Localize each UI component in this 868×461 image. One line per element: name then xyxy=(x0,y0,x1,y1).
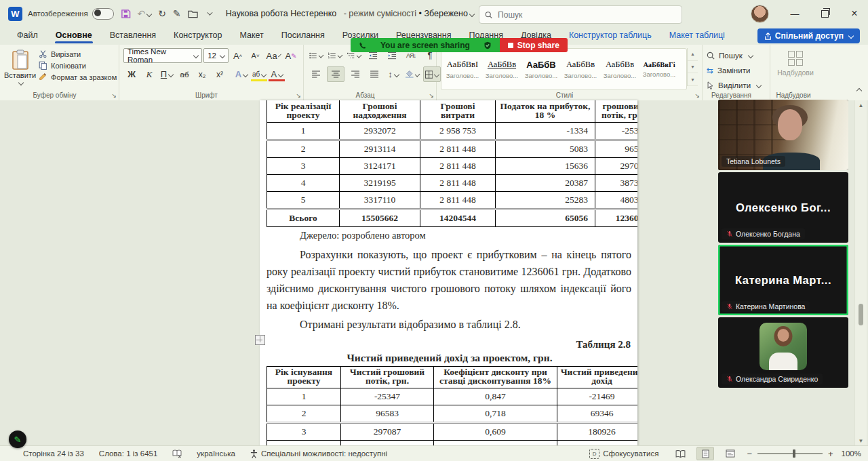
zoom-percentage[interactable]: 100% xyxy=(842,449,861,458)
body-paragraph-2[interactable]: Отримані результати відобразимо в таблиц… xyxy=(267,316,633,333)
table-cell[interactable]: 2932072 xyxy=(340,122,420,140)
table-cell[interactable]: 65056 xyxy=(496,209,595,226)
table-move-handle-icon[interactable] xyxy=(255,335,265,345)
vertical-scrollbar[interactable]: ▲ ▼ xyxy=(854,100,867,446)
tab-Конструктор таблиць[interactable]: Конструктор таблиць xyxy=(561,28,659,45)
table-cell[interactable]: 96583 xyxy=(595,140,638,157)
user-avatar[interactable] xyxy=(751,5,769,23)
format-painter-button[interactable]: Формат за зразком xyxy=(39,73,117,81)
style-card[interactable]: АаБбВвГіЗаголово... xyxy=(641,52,677,86)
align-left-button[interactable] xyxy=(308,67,324,81)
undo-icon[interactable]: ↶ xyxy=(138,8,152,19)
table-cell[interactable]: 297087 xyxy=(595,157,638,174)
qat-more-icon[interactable] xyxy=(207,9,212,15)
participant-tile-video[interactable]: Tetiana Lobunets xyxy=(718,100,848,170)
word-app-icon[interactable]: W xyxy=(8,7,22,21)
search-box[interactable] xyxy=(479,5,682,24)
tab-Конструктор[interactable]: Конструктор xyxy=(166,28,229,45)
proofing-status[interactable] xyxy=(172,449,182,458)
style-card[interactable]: АаБбВвЗаголово... xyxy=(562,52,599,86)
search-input[interactable] xyxy=(496,9,676,20)
styles-scroll-up-icon[interactable]: ▲ xyxy=(688,48,698,61)
font-size-combo[interactable]: 12 xyxy=(203,48,228,63)
zoom-annotate-button[interactable]: ✎ xyxy=(9,430,26,448)
copy-button[interactable]: Копіювати xyxy=(39,61,117,70)
tab-Файл[interactable]: Файл xyxy=(9,28,45,45)
stop-share-button[interactable]: Stop share xyxy=(500,38,568,52)
tab-Макет таблиці[interactable]: Макет таблиці xyxy=(662,28,732,45)
minimize-button[interactable]: — xyxy=(781,0,808,27)
table-cell[interactable]: 15505662 xyxy=(340,209,420,226)
tab-Макет[interactable]: Макет xyxy=(232,28,271,45)
shading-button[interactable] xyxy=(404,67,420,81)
restore-button[interactable] xyxy=(811,0,838,27)
scrollbar-thumb[interactable] xyxy=(859,304,863,325)
styles-dialog-launcher[interactable]: ↘ xyxy=(694,92,700,99)
tab-Основне[interactable]: Основне xyxy=(48,28,100,45)
scroll-up-icon[interactable]: ▲ xyxy=(855,102,867,108)
clipboard-dialog-launcher[interactable]: ↘ xyxy=(111,92,117,99)
print-layout-button[interactable] xyxy=(696,447,714,460)
accessibility-status[interactable]: Спеціальні можливості: недоступні xyxy=(250,449,387,458)
table-cell[interactable]: 5083 xyxy=(496,140,595,157)
style-card[interactable]: АаБбВвЗаголово... xyxy=(601,52,638,86)
bullets-button[interactable] xyxy=(308,48,324,62)
table-cell[interactable]: -21469 xyxy=(557,388,638,405)
table-cell[interactable]: 5 xyxy=(267,191,340,209)
align-right-button[interactable] xyxy=(347,67,363,81)
document-page[interactable]: Рік реалізації проектуГрошові надходженн… xyxy=(260,100,637,446)
clear-formatting-button[interactable]: А✎ xyxy=(283,49,299,63)
npv-table[interactable]: Рік існування проектуЧистий грошовий пот… xyxy=(267,366,637,447)
underline-button[interactable]: П xyxy=(159,67,175,81)
document-title[interactable]: Наукова робота Нестеренко - режим сумісн… xyxy=(226,9,474,18)
table-cell[interactable]: 2 811 448 xyxy=(420,157,496,174)
table-cell[interactable]: 2 811 448 xyxy=(420,174,496,191)
justify-button[interactable] xyxy=(366,67,382,81)
font-color-button[interactable]: А xyxy=(269,67,285,81)
shrink-font-button[interactable]: А˅ xyxy=(248,49,264,63)
tab-Вставлення[interactable]: Вставлення xyxy=(102,28,163,45)
table-cell[interactable]: 3 xyxy=(267,157,340,174)
text-effects-button[interactable]: А xyxy=(233,67,250,81)
addins-button[interactable]: Надбудови xyxy=(774,48,816,77)
table-cell[interactable]: 4 xyxy=(267,174,340,191)
styles-more-icon[interactable]: ▼ xyxy=(688,73,698,86)
grow-font-button[interactable]: А˄ xyxy=(230,49,246,63)
table-cell[interactable]: 0,609 xyxy=(434,422,557,440)
styles-scroll-down-icon[interactable]: ▼ xyxy=(688,61,698,74)
table-cell[interactable]: 0,718 xyxy=(434,405,557,422)
folder-icon[interactable] xyxy=(188,9,198,18)
bold-button[interactable]: Ж xyxy=(123,67,140,81)
cash-flow-table[interactable]: Рік реалізації проектуГрошові надходженн… xyxy=(267,100,637,227)
zoom-out-icon[interactable]: − xyxy=(747,449,752,459)
read-mode-button[interactable] xyxy=(672,447,688,460)
draw-pen-icon[interactable]: ✎ xyxy=(173,8,181,19)
redo-icon[interactable]: ↻ xyxy=(158,8,166,19)
zoom-in-icon[interactable]: + xyxy=(828,449,833,459)
table-cell[interactable]: 1236061 xyxy=(595,209,638,226)
autosave-toggle[interactable] xyxy=(92,8,114,20)
select-button[interactable]: Виділити xyxy=(707,78,766,93)
strikethrough-button[interactable]: аб xyxy=(176,67,193,81)
replace-button[interactable]: ⇆ Замінити xyxy=(707,63,766,78)
table-cell[interactable]: 1 xyxy=(267,388,341,405)
language-indicator[interactable]: українська xyxy=(197,449,235,458)
paste-button[interactable]: Вставити xyxy=(4,48,36,89)
close-button[interactable]: × xyxy=(841,0,868,27)
table-cell[interactable]: 180926 xyxy=(557,422,638,440)
tab-Посилання[interactable]: Посилання xyxy=(274,28,332,45)
save-icon[interactable] xyxy=(121,9,131,19)
table-cell[interactable]: -25347 xyxy=(341,388,434,405)
table-cell[interactable]: 3124171 xyxy=(340,157,420,174)
table-cell[interactable]: 3219195 xyxy=(340,174,420,191)
table-cell[interactable]: 0,847 xyxy=(434,388,557,405)
table-cell[interactable]: 15636 xyxy=(496,157,595,174)
table-cell[interactable]: 14204544 xyxy=(420,209,496,226)
table-cell[interactable]: 96583 xyxy=(341,405,434,422)
scroll-down-icon[interactable]: ▼ xyxy=(855,438,867,444)
find-button[interactable]: Пошук xyxy=(707,48,766,63)
table-cell[interactable]: 3317110 xyxy=(340,191,420,209)
numbering-button[interactable] xyxy=(327,48,343,62)
table-cell[interactable]: 480379 xyxy=(595,191,638,209)
align-center-button[interactable] xyxy=(327,66,344,82)
